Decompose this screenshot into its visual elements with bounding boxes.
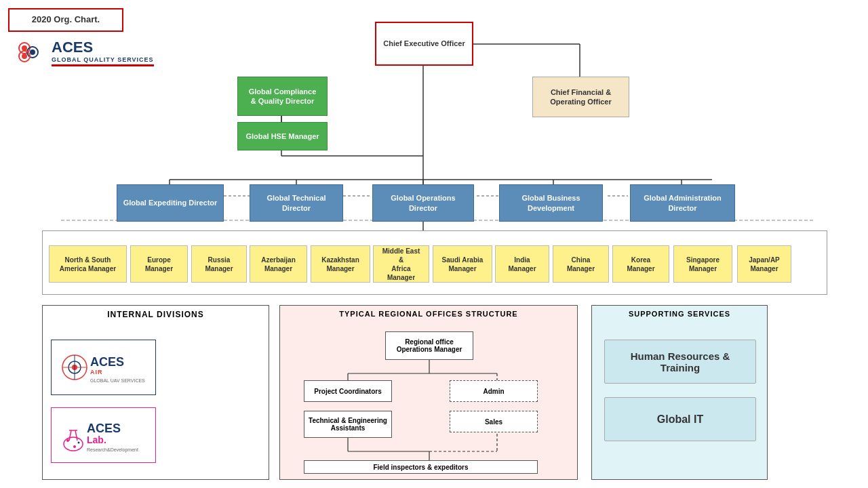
svg-point-51	[77, 441, 79, 443]
business-label: Global BusinessDevelopment	[521, 193, 580, 213]
admin-box: Admin	[450, 380, 538, 402]
svg-point-34	[30, 49, 35, 55]
regional-ops-manager-box: Regional officeOperations Manager	[385, 331, 473, 360]
chart-title: 2020 Org. Chart.	[8, 8, 123, 32]
manager-label: Middle East &AfricaManager	[379, 247, 423, 282]
manager-label: EuropeManager	[145, 256, 173, 273]
global-it-box: Global IT	[604, 397, 756, 441]
hr-label: Human Resources &Training	[631, 350, 730, 373]
manager-saudi-arabia: Saudi ArabiaManager	[433, 245, 492, 283]
hse-label: Global HSE Manager	[245, 131, 319, 141]
technical-label: Global Technical Director	[256, 193, 337, 213]
manager-label: Korea Manager	[618, 256, 663, 273]
company-logo: ACES GLOBAL QUALITY SERVICES	[12, 37, 154, 68]
svg-text:Research&Development: Research&Development	[87, 447, 138, 453]
manager-label: Japan/APManager	[749, 256, 780, 273]
manager-azerbaijan: AzerbaijanManager	[250, 245, 307, 283]
logo-text: ACES GLOBAL QUALITY SERVICES	[52, 39, 154, 66]
hr-training-box: Human Resources &Training	[604, 340, 756, 384]
manager-north-south-america: North & SouthAmerica Manager	[49, 245, 127, 283]
aces-air-logo: ACES AIR GLOBAL UAV SERVICES	[60, 347, 148, 388]
expediting-box: Global Expediting Director	[117, 184, 224, 222]
compliance-box: Global Compliance& Quality Director	[237, 77, 328, 116]
aces-air-box: ACES AIR GLOBAL UAV SERVICES	[51, 340, 156, 395]
admin-label: Admin	[483, 388, 504, 395]
svg-point-50	[73, 445, 76, 448]
svg-text:AIR: AIR	[90, 369, 103, 375]
org-chart: 2020 Org. Chart. ACES GLOBAL QUALITY SER…	[0, 0, 868, 488]
manager-label: KazakhstanManager	[321, 256, 359, 273]
hse-box: Global HSE Manager	[237, 122, 328, 150]
tech-eng-box: Technical & EngineeringAssistants	[304, 411, 392, 438]
field-inspectors-box: Field inspectors & expeditors	[304, 460, 538, 474]
supporting-services-section: SUPPORTING SERVICES Human Resources &Tra…	[591, 305, 768, 480]
sales-box: Sales	[450, 411, 538, 432]
ceo-label: Chief Executive Officer	[383, 39, 465, 48]
logo-aces: ACES	[52, 39, 154, 56]
manager-kazakhstan: KazakhstanManager	[311, 245, 370, 283]
it-label: Global IT	[657, 413, 703, 426]
manager-europe: EuropeManager	[130, 245, 188, 283]
svg-line-47	[69, 430, 71, 441]
manager-label: China Manager	[559, 256, 603, 273]
svg-text:ACES: ACES	[90, 355, 124, 369]
svg-point-49	[66, 439, 69, 442]
project-coordinators-box: Project Coordinators	[304, 380, 392, 402]
technical-box: Global Technical Director	[250, 184, 343, 222]
aces-lab-logo: ACES Lab. Research&Development	[56, 413, 151, 458]
cfo-label: Chief Financial &Operating Officer	[550, 87, 611, 107]
regional-offices-section: TYPICAL REGIONAL OFFICES STRUCTURE Regio…	[279, 305, 578, 480]
regional-offices-title: TYPICAL REGIONAL OFFICES STRUCTURE	[280, 306, 577, 322]
internal-divisions-title: INTERNAL DIVISIONS	[43, 306, 269, 323]
svg-line-48	[75, 430, 77, 441]
aces-lab-box: ACES Lab. Research&Development	[51, 407, 156, 463]
manager-korea: Korea Manager	[612, 245, 669, 283]
manager-russia: RussiaManager	[191, 245, 247, 283]
title-text: 2020 Org. Chart.	[32, 14, 100, 26]
compliance-label: Global Compliance& Quality Director	[249, 87, 317, 106]
business-box: Global BusinessDevelopment	[499, 184, 603, 222]
logo-subtitle: GLOBAL QUALITY SERVICES	[52, 56, 154, 63]
supporting-services-title: SUPPORTING SERVICES	[592, 306, 767, 322]
manager-china: China Manager	[553, 245, 609, 283]
internal-divisions-section: INTERNAL DIVISIONS ACES AIR GLOBAL UAV S…	[42, 305, 269, 480]
administration-label: Global AdministrationDirector	[644, 193, 722, 213]
ceo-box: Chief Executive Officer	[375, 22, 473, 66]
logo-line	[52, 64, 154, 66]
sales-label: Sales	[485, 418, 502, 426]
svg-point-32	[22, 45, 27, 51]
manager-label: SingaporeManager	[686, 256, 719, 273]
expediting-label: Global Expediting Director	[123, 198, 218, 207]
svg-text:Lab.: Lab.	[87, 434, 106, 445]
cfo-box: Chief Financial &Operating Officer	[532, 77, 629, 117]
manager-india: India Manager	[495, 245, 549, 283]
manager-label: RussiaManager	[205, 256, 233, 273]
svg-point-36	[22, 54, 27, 59]
project-coord-label: Project Coordinators	[314, 388, 381, 395]
tech-eng-label: Technical & EngineeringAssistants	[309, 417, 387, 432]
manager-label: Saudi ArabiaManager	[442, 256, 484, 273]
administration-box: Global AdministrationDirector	[630, 184, 735, 222]
operations-box: Global Operations Director	[372, 184, 474, 222]
regional-ops-label: Regional officeOperations Manager	[397, 338, 462, 353]
svg-text:GLOBAL UAV SERVICES: GLOBAL UAV SERVICES	[90, 378, 145, 383]
manager-middle-east: Middle East &AfricaManager	[373, 245, 429, 283]
operations-label: Global Operations Director	[378, 193, 468, 213]
manager-label: North & SouthAmerica Manager	[60, 256, 116, 273]
manager-label: AzerbaijanManager	[261, 256, 296, 273]
manager-label: India Manager	[501, 256, 543, 273]
manager-singapore: SingaporeManager	[673, 245, 732, 283]
manager-japan: Japan/APManager	[737, 245, 791, 283]
svg-point-45	[64, 437, 83, 451]
svg-text:ACES: ACES	[87, 422, 121, 435]
logo-icon	[12, 37, 46, 68]
field-label: Field inspectors & expeditors	[373, 464, 468, 471]
